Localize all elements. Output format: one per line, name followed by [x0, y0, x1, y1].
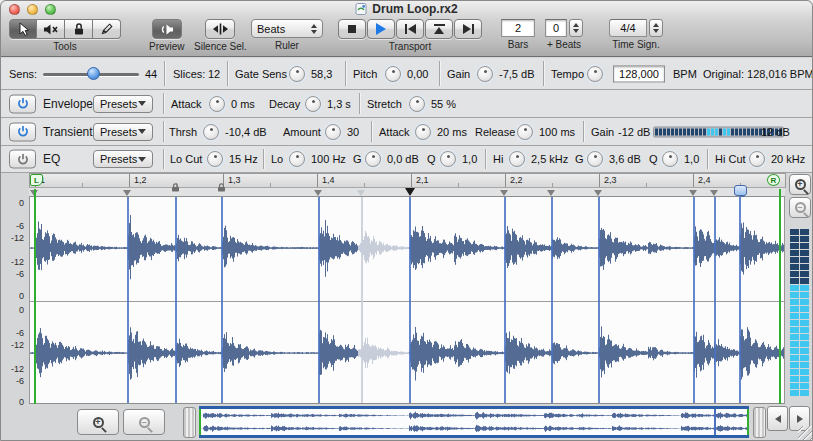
return-to-marker-button[interactable]	[425, 19, 453, 39]
chevron-down-icon	[138, 157, 146, 162]
stop-button[interactable]	[338, 19, 366, 39]
go-to-end-icon	[463, 24, 474, 34]
hicut-label: Hi Cut	[715, 153, 746, 165]
tr-attack-knob[interactable]	[415, 124, 431, 140]
hi-gain-knob[interactable]	[587, 151, 603, 167]
thrsh-knob[interactable]	[203, 124, 219, 140]
zoom-in-vertical-button[interactable]: +	[789, 174, 811, 195]
ruler-units-popup[interactable]: Beats	[251, 19, 323, 38]
overview-canvas[interactable]	[199, 409, 747, 435]
pitch-knob[interactable]	[385, 66, 401, 82]
mute-tool-button[interactable]	[37, 19, 65, 39]
level-meter-cell	[790, 320, 799, 326]
bars-caption: Bars	[508, 39, 529, 50]
slice-marker[interactable]	[594, 190, 602, 196]
meter-segment	[699, 128, 702, 135]
tr-release-knob[interactable]	[517, 124, 533, 140]
db-scale-label: -6	[16, 221, 24, 231]
hi-q-knob[interactable]	[662, 151, 678, 167]
beats-stepper[interactable]	[569, 19, 583, 37]
pitch-value: 0,00	[407, 68, 428, 80]
gain-knob[interactable]	[477, 66, 493, 82]
zoom-out-vertical-button[interactable]: –	[789, 197, 811, 218]
slice-marker[interactable]	[710, 190, 718, 196]
hicut-knob[interactable]	[749, 151, 765, 167]
right-locator-flag[interactable]: R	[767, 174, 780, 186]
lo-q-knob[interactable]	[440, 151, 456, 167]
waveform-canvas[interactable]	[30, 197, 784, 403]
transient-power-button[interactable]	[9, 122, 36, 141]
timesig-field[interactable]: 4/4	[609, 19, 647, 37]
level-meter-cell	[790, 257, 799, 263]
arrow-tool-button[interactable]	[9, 19, 37, 39]
lo-freq-label: Lo	[271, 153, 283, 165]
eq-presets-dropdown[interactable]: Presets	[93, 150, 153, 168]
locut-knob[interactable]	[207, 151, 223, 167]
locked-slice-marker[interactable]	[171, 178, 180, 196]
ruler-tick	[317, 174, 318, 187]
env-attack-knob[interactable]	[209, 96, 225, 112]
level-meter-cell	[790, 341, 799, 347]
level-meter-cell	[800, 306, 809, 312]
db-scale-label: 0	[19, 198, 24, 208]
arrow-right-icon	[797, 415, 803, 423]
hi-gain-label: G	[575, 153, 584, 165]
zoom-out-horizontal-button[interactable]: –	[123, 409, 165, 435]
resize-grip[interactable]	[798, 426, 812, 440]
transient-presets-dropdown[interactable]: Presets	[93, 123, 153, 141]
eq-power-button[interactable]	[9, 150, 36, 169]
level-meter-cell	[790, 243, 799, 249]
slice-marker[interactable]	[123, 190, 131, 196]
pencil-tool-button[interactable]	[93, 19, 121, 39]
env-decay-knob[interactable]	[305, 96, 321, 112]
lock-tool-button[interactable]	[65, 19, 93, 39]
bars-field[interactable]: 2	[501, 19, 535, 37]
slice-marker[interactable]	[547, 190, 555, 196]
level-meter-cell	[790, 271, 799, 277]
hi-freq-knob[interactable]	[509, 151, 525, 167]
stretch-knob[interactable]	[409, 96, 425, 112]
ruler-minor-tick	[364, 183, 365, 187]
waveform-view[interactable]	[29, 197, 785, 404]
slice-marker-strip[interactable]	[29, 188, 785, 197]
left-locator-flag[interactable]: L	[30, 174, 43, 186]
go-to-start-button[interactable]	[396, 19, 424, 39]
preview-button[interactable]	[152, 19, 182, 39]
level-meter	[790, 229, 809, 399]
level-meter-cell	[790, 264, 799, 270]
overview-strip[interactable]	[199, 406, 749, 438]
right-locator-line[interactable]	[779, 189, 781, 404]
transient-name: Transient	[43, 125, 93, 139]
envelope-power-button[interactable]	[9, 94, 36, 113]
gate-sens-knob[interactable]	[289, 66, 305, 82]
hi-q-value: 1,0	[684, 153, 699, 165]
lo-gain-knob[interactable]	[365, 151, 381, 167]
overview-right-handle[interactable]	[753, 407, 766, 438]
slice-marker[interactable]	[500, 190, 508, 196]
beats-field[interactable]: 0	[545, 19, 567, 37]
amount-knob[interactable]	[325, 124, 341, 140]
play-button[interactable]	[367, 19, 395, 39]
slice-marker[interactable]	[314, 190, 322, 196]
level-meter-row	[790, 243, 809, 249]
overview-left-handle[interactable]	[183, 407, 196, 438]
tempo-knob[interactable]	[587, 66, 603, 82]
locked-slice-marker[interactable]	[217, 178, 226, 196]
go-to-end-button[interactable]	[454, 19, 482, 39]
selected-slice-marker[interactable]	[734, 185, 747, 196]
lo-freq-knob[interactable]	[289, 151, 305, 167]
sens-slider[interactable]	[43, 67, 139, 81]
scroll-left-button[interactable]	[767, 406, 788, 431]
sens-slider-thumb[interactable]	[87, 67, 100, 80]
silence-selection-button[interactable]	[205, 19, 235, 39]
zoom-in-horizontal-button[interactable]: +	[77, 409, 119, 435]
slice-marker[interactable]	[689, 190, 697, 196]
envelope-presets-dropdown[interactable]: Presets	[93, 95, 153, 113]
left-locator-line[interactable]	[34, 189, 36, 404]
timeline-ruler[interactable]: 11,21,31,42,12,22,32,4	[29, 173, 786, 188]
inactive-slice-marker[interactable]	[357, 190, 365, 196]
tempo-field[interactable]: 128,000	[613, 65, 665, 82]
emphasized-slice-marker[interactable]	[405, 188, 415, 196]
overview-right-locator	[747, 409, 749, 435]
timesig-stepper[interactable]	[649, 19, 663, 37]
